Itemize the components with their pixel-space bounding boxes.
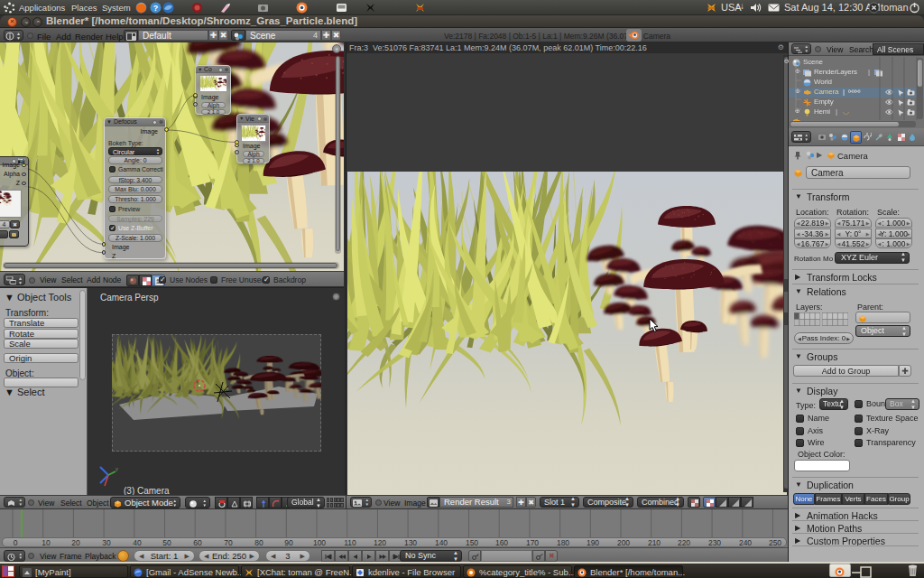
- svg-text:y: y: [116, 466, 118, 471]
- svg-text:?: ?: [153, 4, 159, 13]
